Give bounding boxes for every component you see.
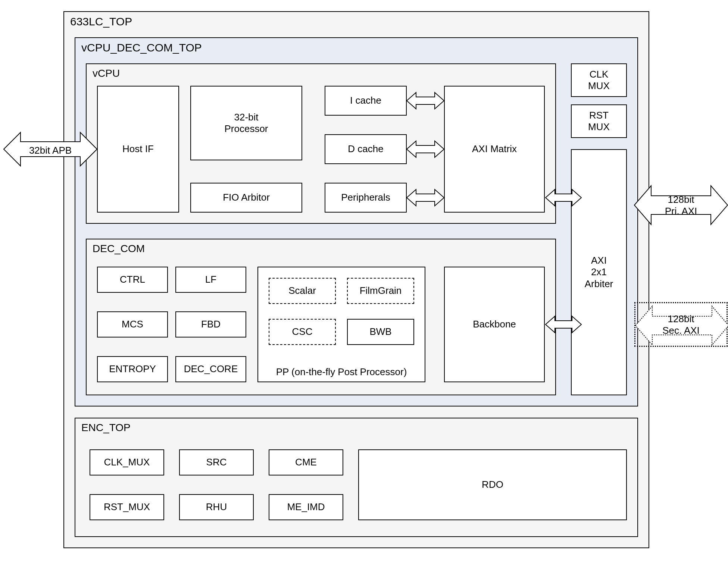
entropy-block: ENTROPY — [97, 356, 168, 382]
processor-block: 32-bit Processor — [190, 86, 302, 160]
mcs-block: MCS — [97, 311, 168, 337]
fio-arbitor-block: FIO Arbitor — [190, 183, 302, 213]
dec-core-label: DEC_CORE — [184, 363, 238, 375]
dcache-label: D cache — [348, 143, 383, 155]
processor-label: 32-bit Processor — [224, 112, 268, 135]
icache-label: I cache — [350, 95, 381, 106]
periph-axi-arrow — [407, 188, 444, 207]
dec-core-block: DEC_CORE — [175, 356, 246, 382]
enc-clk-mux-label: CLK_MUX — [104, 456, 150, 468]
ctrl-block: CTRL — [97, 267, 168, 293]
pri-axi-arrow-label: 128bit Pri. AXI — [651, 194, 711, 217]
scalar-label: Scalar — [288, 285, 316, 296]
rst-mux-label: RST MUX — [588, 110, 610, 133]
enc-rhu-block: RHU — [179, 494, 254, 520]
rst-mux-block: RST MUX — [571, 104, 627, 138]
clk-mux-label: CLK MUX — [588, 69, 610, 92]
enc-clk-mux-block: CLK_MUX — [90, 449, 164, 475]
clk-mux-block: CLK MUX — [571, 63, 627, 97]
dcache-block: D cache — [325, 134, 407, 164]
enc-src-label: SRC — [206, 456, 227, 468]
enc-rst-mux-block: RST_MUX — [90, 494, 164, 520]
icache-axi-arrow — [407, 91, 444, 110]
csc-block: CSC — [269, 319, 336, 345]
axi-matrix-block: AXI Matrix — [444, 86, 545, 213]
axi-arbiter-block: AXI 2x1 Arbiter — [571, 149, 627, 395]
fbd-label: FBD — [201, 318, 221, 330]
entropy-label: ENTROPY — [109, 363, 156, 375]
enc-rdo-label: RDO — [482, 479, 503, 490]
enc-top-title: ENC_TOP — [81, 421, 131, 434]
pp-title: PP (on-the-fly Post Processor) — [276, 366, 407, 378]
backbone-block: Backbone — [444, 267, 545, 382]
enc-rst-mux-label: RST_MUX — [104, 501, 150, 513]
bwb-label: BWB — [369, 326, 391, 337]
enc-cme-label: CME — [295, 456, 317, 468]
enc-me-imd-label: ME_IMD — [287, 501, 325, 513]
svg-marker-4 — [407, 141, 444, 157]
svg-marker-6 — [546, 189, 581, 206]
mcs-label: MCS — [122, 318, 143, 330]
backbone-arbiter-arrow — [546, 315, 581, 334]
svg-marker-3 — [407, 92, 444, 109]
enc-rhu-label: RHU — [206, 501, 227, 513]
dcache-axi-arrow — [407, 140, 444, 158]
icache-block: I cache — [325, 86, 407, 116]
apb-arrow-label: 32bit APB — [8, 145, 93, 156]
scalar-block: Scalar — [269, 278, 336, 304]
lf-block: LF — [175, 267, 246, 293]
ctrl-label: CTRL — [120, 274, 145, 285]
svg-marker-7 — [546, 316, 581, 333]
fbd-block: FBD — [175, 311, 246, 337]
vcpu-dec-com-top-title: vCPU_DEC_COM_TOP — [81, 41, 202, 54]
peripherals-label: Peripherals — [341, 192, 390, 203]
enc-cme-block: CME — [269, 449, 343, 475]
csc-label: CSC — [292, 326, 313, 337]
axi-matrix-label: AXI Matrix — [472, 143, 517, 155]
bwb-block: BWB — [347, 319, 414, 345]
host-if-label: Host IF — [122, 143, 154, 155]
host-if-block: Host IF — [97, 86, 179, 213]
fio-arbitor-label: FIO Arbitor — [223, 192, 270, 203]
vcpu-title: vCPU — [93, 67, 120, 80]
peripherals-block: Peripherals — [325, 183, 407, 213]
axi-arbiter-label: AXI 2x1 Arbiter — [585, 255, 613, 290]
filmgrain-block: FilmGrain — [347, 278, 414, 304]
backbone-label: Backbone — [473, 318, 516, 330]
top-title: 633LC_TOP — [70, 15, 132, 28]
dec-com-title: DEC_COM — [93, 242, 145, 255]
enc-src-block: SRC — [179, 449, 254, 475]
svg-marker-5 — [407, 189, 444, 206]
lf-label: LF — [205, 274, 216, 285]
enc-me-imd-block: ME_IMD — [269, 494, 343, 520]
sec-axi-arrow-label: 128bit Sec. AXI — [651, 313, 711, 336]
vcpu-arbiter-arrow — [546, 188, 581, 207]
enc-rdo-block: RDO — [358, 449, 627, 520]
filmgrain-label: FilmGrain — [360, 285, 402, 296]
